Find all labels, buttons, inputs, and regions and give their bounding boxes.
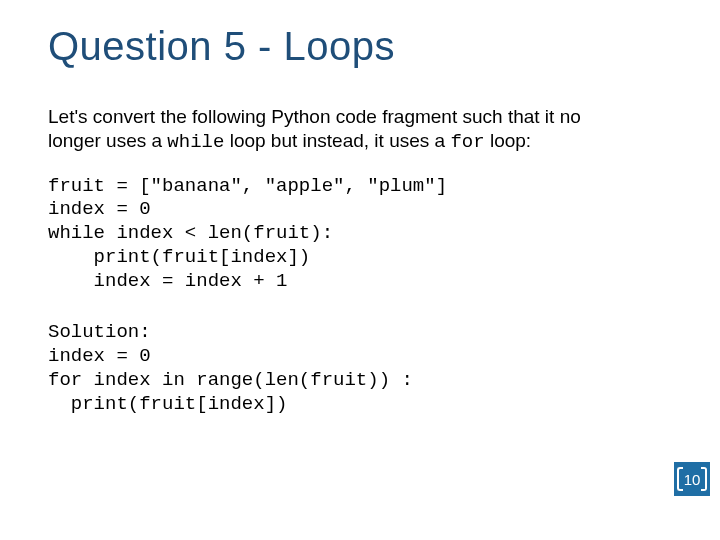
intro-code1: while — [167, 131, 224, 153]
solution-block: Solution: index = 0 for index in range(l… — [48, 321, 672, 416]
slide-title: Question 5 - Loops — [48, 24, 672, 69]
page-number-badge: 10 — [674, 462, 710, 496]
bracket-left-icon — [677, 467, 683, 491]
code-fragment: fruit = ["banana", "apple", "plum"] inde… — [48, 175, 672, 294]
intro-part3: loop: — [485, 130, 531, 151]
intro-part2: loop but instead, it uses a — [224, 130, 450, 151]
slide: Question 5 - Loops Let's convert the fol… — [0, 0, 720, 416]
intro-text: Let's convert the following Python code … — [48, 105, 608, 155]
intro-code2: for — [450, 131, 484, 153]
bracket-right-icon — [701, 467, 707, 491]
page-number: 10 — [684, 471, 701, 488]
